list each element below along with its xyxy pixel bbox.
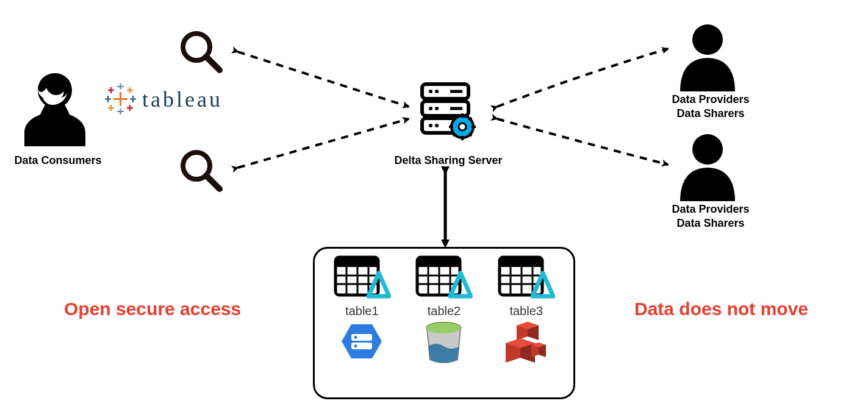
table2-label: table2 [428,304,461,318]
svg-line-22 [206,176,220,189]
svg-rect-69 [500,257,542,267]
storage-box: table1 table2 [313,247,575,399]
tableau-mark-icon [104,82,137,116]
callout-right: Data does not move [634,299,808,319]
provider-top-line2: Data Sharers [676,107,744,119]
svg-line-20 [206,57,220,70]
svg-point-26 [429,90,432,93]
svg-point-46 [692,134,723,165]
svg-line-41 [453,118,456,120]
delta-table3-icon [497,255,555,301]
datalake-icon [424,322,464,365]
gcp-storage-icon [340,322,383,361]
svg-line-42 [469,133,472,136]
data-consumers-label: Data Consumers [9,154,107,168]
table3-col: table3 [497,255,555,391]
provider-bottom-line2: Data Sharers [676,217,744,229]
svg-point-29 [429,107,432,110]
table3-label: table3 [509,304,543,318]
data-consumer-icon [18,70,91,152]
magnifier-top-icon [177,27,226,79]
aws-storage-icon [503,322,549,365]
provider-bottom-line1: Data Providers [672,203,749,215]
provider-top-icon [671,18,744,94]
server-label: Delta Sharing Server [381,154,515,168]
provider-top-label: Data Providers Data Sharers [662,93,759,121]
magnifier-bottom-icon [177,146,226,197]
table1-label: table1 [345,304,379,318]
svg-point-45 [692,24,723,55]
provider-top-line1: Data Providers [672,93,749,105]
delta-table1-icon [333,255,391,301]
svg-point-57 [354,336,357,339]
server-icon [415,79,482,149]
svg-point-36 [459,123,466,130]
svg-point-58 [354,344,357,347]
svg-rect-48 [335,257,378,267]
svg-line-43 [453,133,456,136]
provider-bottom-label: Data Providers Data Sharers [662,202,759,231]
svg-line-44 [469,118,472,120]
svg-rect-60 [417,257,460,267]
callout-left: Open secure access [64,299,241,319]
svg-marker-54 [342,324,382,358]
svg-point-30 [435,107,439,110]
delta-table2-icon [415,255,473,301]
table1-col: table1 [333,255,391,391]
svg-point-27 [435,90,439,93]
provider-bottom-icon [671,128,744,204]
svg-point-33 [435,124,439,127]
svg-point-67 [427,322,461,333]
svg-point-32 [429,124,432,127]
tableau-wordmark: tableau [142,87,223,112]
tableau-logo: tableau [104,82,223,116]
table2-col: table2 [415,255,473,391]
